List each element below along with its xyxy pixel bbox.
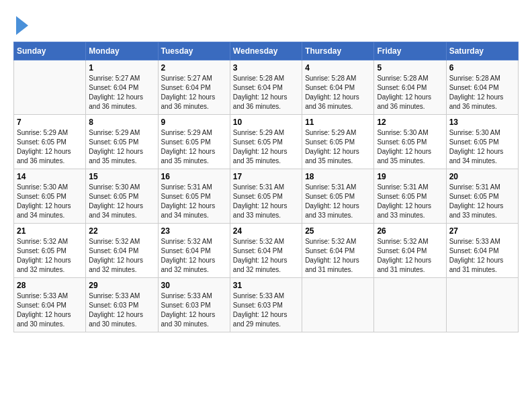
calendar-week-row: 1Sunrise: 5:27 AM Sunset: 6:04 PM Daylig… xyxy=(14,60,519,115)
calendar-cell xyxy=(446,278,518,332)
cell-info: Sunrise: 5:27 AM Sunset: 6:04 PM Dayligh… xyxy=(161,74,227,111)
day-number: 23 xyxy=(161,226,227,236)
calendar-week-row: 21Sunrise: 5:32 AM Sunset: 6:05 PM Dayli… xyxy=(14,224,519,278)
cell-info: Sunrise: 5:32 AM Sunset: 6:04 PM Dayligh… xyxy=(161,237,227,275)
day-number: 24 xyxy=(233,226,299,236)
header-row: SundayMondayTuesdayWednesdayThursdayFrid… xyxy=(14,42,519,60)
cell-info: Sunrise: 5:32 AM Sunset: 6:04 PM Dayligh… xyxy=(233,237,299,275)
calendar-cell: 25Sunrise: 5:32 AM Sunset: 6:04 PM Dayli… xyxy=(302,224,374,278)
calendar-cell: 2Sunrise: 5:27 AM Sunset: 6:04 PM Daylig… xyxy=(158,60,230,115)
day-number: 18 xyxy=(305,172,371,181)
calendar-body: 1Sunrise: 5:27 AM Sunset: 6:04 PM Daylig… xyxy=(14,60,519,332)
cell-info: Sunrise: 5:28 AM Sunset: 6:04 PM Dayligh… xyxy=(305,74,371,111)
cell-info: Sunrise: 5:33 AM Sunset: 6:03 PM Dayligh… xyxy=(233,291,299,329)
cell-info: Sunrise: 5:29 AM Sunset: 6:05 PM Dayligh… xyxy=(161,128,227,166)
calendar-cell: 24Sunrise: 5:32 AM Sunset: 6:04 PM Dayli… xyxy=(230,224,302,278)
header-day: Monday xyxy=(86,42,158,60)
day-number: 5 xyxy=(377,63,443,73)
calendar-cell: 23Sunrise: 5:32 AM Sunset: 6:04 PM Dayli… xyxy=(158,224,230,278)
day-number: 12 xyxy=(377,118,443,127)
calendar-cell: 4Sunrise: 5:28 AM Sunset: 6:04 PM Daylig… xyxy=(302,60,374,115)
calendar-cell: 17Sunrise: 5:31 AM Sunset: 6:05 PM Dayli… xyxy=(230,169,302,224)
calendar-cell xyxy=(374,278,446,332)
page-header xyxy=(13,13,519,35)
cell-info: Sunrise: 5:33 AM Sunset: 6:04 PM Dayligh… xyxy=(449,237,515,275)
day-number: 1 xyxy=(89,63,154,73)
day-number: 3 xyxy=(233,63,299,73)
header-day: Friday xyxy=(374,42,446,60)
day-number: 14 xyxy=(17,172,83,181)
cell-info: Sunrise: 5:28 AM Sunset: 6:04 PM Dayligh… xyxy=(449,74,515,111)
cell-info: Sunrise: 5:33 AM Sunset: 6:03 PM Dayligh… xyxy=(89,291,154,329)
cell-info: Sunrise: 5:29 AM Sunset: 6:05 PM Dayligh… xyxy=(305,128,371,166)
day-number: 27 xyxy=(449,226,515,236)
logo xyxy=(13,13,28,35)
calendar-cell: 16Sunrise: 5:31 AM Sunset: 6:05 PM Dayli… xyxy=(158,169,230,224)
calendar-cell: 8Sunrise: 5:29 AM Sunset: 6:05 PM Daylig… xyxy=(86,115,158,169)
calendar-cell: 1Sunrise: 5:27 AM Sunset: 6:04 PM Daylig… xyxy=(86,60,158,115)
calendar-header: SundayMondayTuesdayWednesdayThursdayFrid… xyxy=(14,42,519,60)
calendar-cell: 11Sunrise: 5:29 AM Sunset: 6:05 PM Dayli… xyxy=(302,115,374,169)
day-number: 21 xyxy=(17,226,83,236)
calendar-cell: 6Sunrise: 5:28 AM Sunset: 6:04 PM Daylig… xyxy=(446,60,518,115)
cell-info: Sunrise: 5:32 AM Sunset: 6:04 PM Dayligh… xyxy=(377,237,443,275)
day-number: 17 xyxy=(233,172,299,181)
header-day: Saturday xyxy=(446,42,518,60)
calendar-cell: 14Sunrise: 5:30 AM Sunset: 6:05 PM Dayli… xyxy=(14,169,86,224)
day-number: 16 xyxy=(161,172,227,181)
logo-arrow-icon xyxy=(16,16,28,35)
day-number: 26 xyxy=(377,226,443,236)
day-number: 20 xyxy=(449,172,515,181)
day-number: 15 xyxy=(89,172,154,181)
day-number: 13 xyxy=(449,118,515,127)
day-number: 28 xyxy=(17,281,83,290)
calendar-cell: 13Sunrise: 5:30 AM Sunset: 6:05 PM Dayli… xyxy=(446,115,518,169)
day-number: 25 xyxy=(305,226,371,236)
calendar-cell: 22Sunrise: 5:32 AM Sunset: 6:04 PM Dayli… xyxy=(86,224,158,278)
day-number: 7 xyxy=(17,118,83,127)
cell-info: Sunrise: 5:28 AM Sunset: 6:04 PM Dayligh… xyxy=(233,74,299,111)
cell-info: Sunrise: 5:31 AM Sunset: 6:05 PM Dayligh… xyxy=(161,183,227,220)
cell-info: Sunrise: 5:32 AM Sunset: 6:05 PM Dayligh… xyxy=(17,237,83,275)
header-day: Thursday xyxy=(302,42,374,60)
calendar-cell: 30Sunrise: 5:33 AM Sunset: 6:03 PM Dayli… xyxy=(158,278,230,332)
cell-info: Sunrise: 5:27 AM Sunset: 6:04 PM Dayligh… xyxy=(89,74,154,111)
calendar-cell: 10Sunrise: 5:29 AM Sunset: 6:05 PM Dayli… xyxy=(230,115,302,169)
cell-info: Sunrise: 5:33 AM Sunset: 6:03 PM Dayligh… xyxy=(161,291,227,329)
day-number: 6 xyxy=(449,63,515,73)
calendar-cell: 7Sunrise: 5:29 AM Sunset: 6:05 PM Daylig… xyxy=(14,115,86,169)
calendar-cell: 12Sunrise: 5:30 AM Sunset: 6:05 PM Dayli… xyxy=(374,115,446,169)
calendar-cell: 3Sunrise: 5:28 AM Sunset: 6:04 PM Daylig… xyxy=(230,60,302,115)
day-number: 8 xyxy=(89,118,154,127)
calendar-cell: 5Sunrise: 5:28 AM Sunset: 6:04 PM Daylig… xyxy=(374,60,446,115)
day-number: 31 xyxy=(233,281,299,290)
cell-info: Sunrise: 5:29 AM Sunset: 6:05 PM Dayligh… xyxy=(89,128,154,166)
calendar-cell: 20Sunrise: 5:31 AM Sunset: 6:05 PM Dayli… xyxy=(446,169,518,224)
calendar-cell: 21Sunrise: 5:32 AM Sunset: 6:05 PM Dayli… xyxy=(14,224,86,278)
calendar-cell: 9Sunrise: 5:29 AM Sunset: 6:05 PM Daylig… xyxy=(158,115,230,169)
cell-info: Sunrise: 5:31 AM Sunset: 6:05 PM Dayligh… xyxy=(449,183,515,220)
day-number: 4 xyxy=(305,63,371,73)
calendar-cell: 26Sunrise: 5:32 AM Sunset: 6:04 PM Dayli… xyxy=(374,224,446,278)
header-day: Sunday xyxy=(14,42,86,60)
calendar-cell: 19Sunrise: 5:31 AM Sunset: 6:05 PM Dayli… xyxy=(374,169,446,224)
header-day: Wednesday xyxy=(230,42,302,60)
day-number: 2 xyxy=(161,63,227,73)
cell-info: Sunrise: 5:30 AM Sunset: 6:05 PM Dayligh… xyxy=(17,183,83,220)
day-number: 29 xyxy=(89,281,154,290)
calendar-week-row: 7Sunrise: 5:29 AM Sunset: 6:05 PM Daylig… xyxy=(14,115,519,169)
cell-info: Sunrise: 5:29 AM Sunset: 6:05 PM Dayligh… xyxy=(233,128,299,166)
day-number: 11 xyxy=(305,118,371,127)
cell-info: Sunrise: 5:33 AM Sunset: 6:04 PM Dayligh… xyxy=(17,291,83,329)
calendar-cell: 15Sunrise: 5:30 AM Sunset: 6:05 PM Dayli… xyxy=(86,169,158,224)
day-number: 19 xyxy=(377,172,443,181)
calendar-table: SundayMondayTuesdayWednesdayThursdayFrid… xyxy=(13,42,519,332)
day-number: 30 xyxy=(161,281,227,290)
cell-info: Sunrise: 5:32 AM Sunset: 6:04 PM Dayligh… xyxy=(305,237,371,275)
day-number: 9 xyxy=(161,118,227,127)
calendar-cell: 27Sunrise: 5:33 AM Sunset: 6:04 PM Dayli… xyxy=(446,224,518,278)
cell-info: Sunrise: 5:30 AM Sunset: 6:05 PM Dayligh… xyxy=(89,183,154,220)
cell-info: Sunrise: 5:31 AM Sunset: 6:05 PM Dayligh… xyxy=(233,183,299,220)
calendar-cell: 18Sunrise: 5:31 AM Sunset: 6:05 PM Dayli… xyxy=(302,169,374,224)
calendar-cell: 29Sunrise: 5:33 AM Sunset: 6:03 PM Dayli… xyxy=(86,278,158,332)
